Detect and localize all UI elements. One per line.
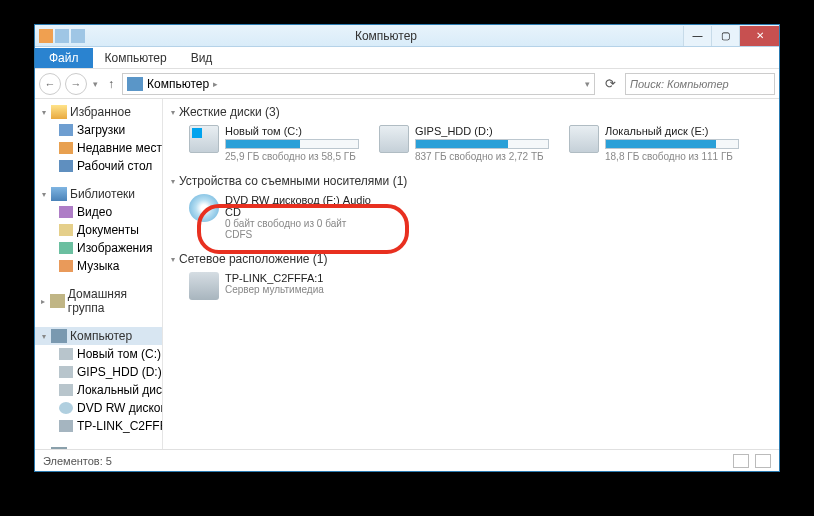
chevron-down-icon[interactable]: ▾ [171,177,175,186]
nav-item-drive-f[interactable]: DVD RW дисковод (F:) [35,399,162,417]
usage-bar [605,139,739,149]
history-dropdown-icon[interactable]: ▾ [91,79,100,89]
nav-item-desktop[interactable]: Рабочий стол [35,157,162,175]
drive-info: GIPS_HDD (D:) 837 ГБ свободно из 2,72 ТБ [415,125,549,162]
search-input[interactable] [630,78,770,90]
nav-item-drive-c[interactable]: Новый том (C:) [35,345,162,363]
status-bar: Элементов: 5 [35,449,779,471]
nav-header-favorites[interactable]: ▾Избранное [35,103,162,121]
nav-item-recent[interactable]: Недавние места [35,139,162,157]
usage-fill [606,140,716,148]
drive-list: DVD RW дисковод (F:) Audio CD 0 байт сво… [171,190,771,244]
body: ▾Избранное Загрузки Недавние места Рабоч… [35,99,779,449]
chevron-down-icon[interactable]: ▾ [39,108,48,117]
star-icon [51,105,67,119]
server-icon [59,420,73,432]
recent-icon [59,142,73,154]
status-text: Элементов: 5 [43,455,112,467]
nav-item-label: Недавние места [77,141,162,155]
section-header[interactable]: ▾Устройства со съемными носителями (1) [171,172,771,190]
chevron-down-icon[interactable]: ▾ [39,190,48,199]
document-icon [59,224,73,236]
drive-list: Новый том (C:) 25,9 ГБ свободно из 58,5 … [171,121,771,166]
close-button[interactable]: ✕ [739,26,779,46]
forward-button[interactable]: → [65,73,87,95]
nav-label: Домашняя группа [68,287,158,315]
server-icon [189,272,219,300]
usage-bar [225,139,359,149]
drive-icon [59,366,73,378]
section-header[interactable]: ▾Сетевое расположение (1) [171,250,771,268]
content-pane: ▾Жесткие диски (3) Новый том (C:) 25,9 Г… [163,99,779,449]
nav-label: Компьютер [70,329,132,343]
nav-item-documents[interactable]: Документы [35,221,162,239]
nav-item-drive-d[interactable]: GIPS_HDD (D:) [35,363,162,381]
chevron-right-icon[interactable]: ▸ [39,297,47,306]
refresh-button[interactable]: ⟳ [599,73,621,95]
explorer-window: Компьютер — ▢ ✕ Файл Компьютер Вид ← → ▾… [34,24,780,472]
usage-fill [226,140,300,148]
chevron-right-icon[interactable]: ▸ [213,79,218,89]
window-controls: — ▢ ✕ [683,26,779,46]
drive-f[interactable]: DVD RW дисковод (F:) Audio CD 0 байт сво… [189,194,389,240]
chevron-down-icon[interactable]: ▾ [171,108,175,117]
computer-icon [51,329,67,343]
nav-item-tplink[interactable]: TP-LINK_C2FFFA:1 [35,417,162,435]
back-button[interactable]: ← [39,73,61,95]
drive-info: Локальный диск (E:) 18,8 ГБ свободно из … [605,125,739,162]
view-details-icon[interactable] [733,454,749,468]
drive-e[interactable]: Локальный диск (E:) 18,8 ГБ свободно из … [569,125,739,162]
nav-group-libraries: ▾Библиотеки Видео Документы Изображения … [35,185,162,275]
tab-computer[interactable]: Компьютер [93,48,179,68]
drive-d[interactable]: GIPS_HDD (D:) 837 ГБ свободно из 2,72 ТБ [379,125,549,162]
video-icon [59,206,73,218]
nav-item-label: Новый том (C:) [77,347,161,361]
up-button[interactable]: ↑ [104,77,118,91]
nav-item-music[interactable]: Музыка [35,257,162,275]
titlebar: Компьютер — ▢ ✕ [35,25,779,47]
nav-item-label: GIPS_HDD (D:) [77,365,162,379]
libraries-icon [51,187,67,201]
drive-icon [59,348,73,360]
qat-icon[interactable] [55,29,69,43]
disc-icon [59,402,73,414]
nav-item-label: DVD RW дисковод (F:) [77,401,162,415]
view-tiles-icon[interactable] [755,454,771,468]
nav-item-downloads[interactable]: Загрузки [35,121,162,139]
chevron-down-icon[interactable]: ▾ [171,255,175,264]
chevron-down-icon[interactable]: ▾ [39,332,48,341]
drive-info: Новый том (C:) 25,9 ГБ свободно из 58,5 … [225,125,359,162]
section-label: Сетевое расположение (1) [179,252,328,266]
section-network: ▾Сетевое расположение (1) TP-LINK_C2FFFA… [171,250,771,304]
drive-sub: Сервер мультимедиа [225,284,359,295]
breadcrumb[interactable]: Компьютер [147,77,209,91]
nav-item-drive-e[interactable]: Локальный диск (E:) [35,381,162,399]
usage-fill [416,140,508,148]
nav-header-computer[interactable]: ▾Компьютер [35,327,162,345]
drive-name: Новый том (C:) [225,125,359,137]
section-label: Устройства со съемными носителями (1) [179,174,407,188]
search-box[interactable] [625,73,775,95]
nav-header-homegroup[interactable]: ▸Домашняя группа [35,285,162,317]
address-dropdown-icon[interactable]: ▾ [585,79,590,89]
drive-fs: CDFS [225,229,389,240]
nav-item-pictures[interactable]: Изображения [35,239,162,257]
section-header[interactable]: ▾Жесткие диски (3) [171,103,771,121]
nav-item-videos[interactable]: Видео [35,203,162,221]
tab-view[interactable]: Вид [179,48,225,68]
disc-icon [189,194,219,222]
qat-icon[interactable] [71,29,85,43]
drive-c[interactable]: Новый том (C:) 25,9 ГБ свободно из 58,5 … [189,125,359,162]
minimize-button[interactable]: — [683,26,711,46]
maximize-button[interactable]: ▢ [711,26,739,46]
nav-group-computer: ▾Компьютер Новый том (C:) GIPS_HDD (D:) … [35,327,162,435]
nav-header-libraries[interactable]: ▾Библиотеки [35,185,162,203]
nav-pane: ▾Избранное Загрузки Недавние места Рабоч… [35,99,163,449]
tab-file[interactable]: Файл [35,48,93,68]
nav-item-label: Изображения [77,241,152,255]
nav-item-label: TP-LINK_C2FFFA:1 [77,419,162,433]
nav-item-label: Загрузки [77,123,125,137]
network-location-tplink[interactable]: TP-LINK_C2FFFA:1 Сервер мультимедиа [189,272,359,300]
address-bar[interactable]: Компьютер ▸ ▾ [122,73,595,95]
drive-icon [59,384,73,396]
